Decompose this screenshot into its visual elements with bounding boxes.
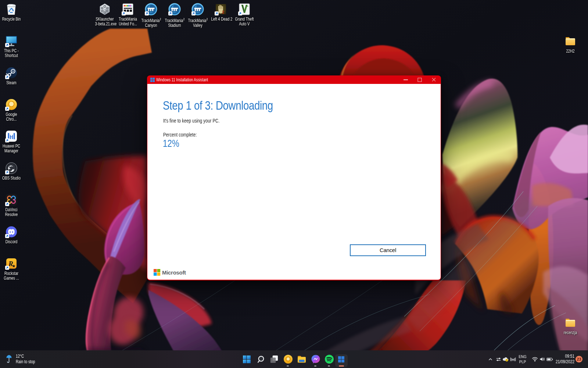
svg-text:Microsoft: Microsoft [162, 269, 186, 276]
svg-text:2: 2 [222, 10, 224, 14]
